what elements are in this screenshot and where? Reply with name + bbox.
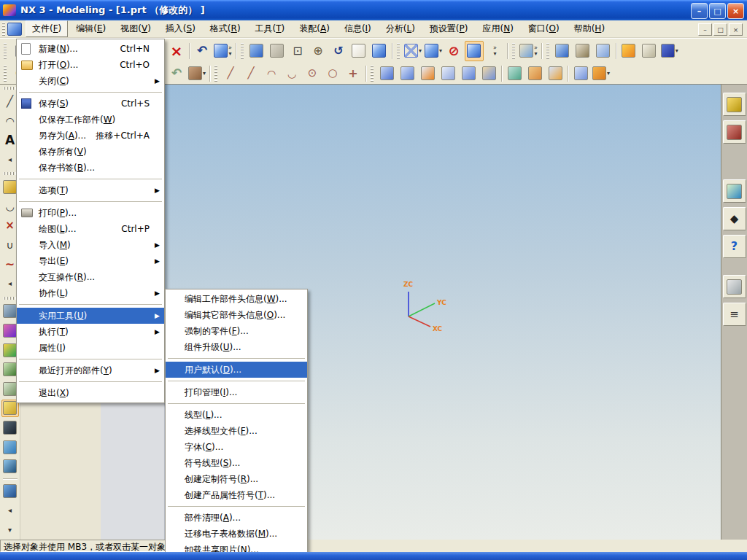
display-overflow-chevron[interactable]: »▾ bbox=[485, 41, 504, 61]
menu-preferences[interactable]: 预设置(P) bbox=[423, 20, 475, 37]
unite-corner-icon[interactable] bbox=[619, 41, 638, 61]
rotate-view-icon[interactable]: ↺ bbox=[329, 41, 348, 61]
perspective-icon[interactable] bbox=[370, 41, 389, 61]
offset-surface-icon[interactable] bbox=[525, 63, 544, 84]
circle-point-icon[interactable]: ⊙ bbox=[303, 63, 322, 84]
back-icon[interactable]: ↶ bbox=[167, 63, 186, 84]
submenu-item-select-line-font-file[interactable]: 选择线型文件(F)... bbox=[166, 423, 307, 439]
menu-tools[interactable]: 工具(T) bbox=[249, 20, 292, 37]
trimmed-sheet-icon[interactable] bbox=[546, 63, 565, 84]
toolbar-drag-handle[interactable] bbox=[512, 43, 515, 59]
dropdown-arrow-icon[interactable]: ▾ bbox=[419, 47, 422, 54]
submenu-item-create-product-attribute-symbol[interactable]: 创建产品属性符号(T)... bbox=[166, 487, 307, 503]
line-icon[interactable]: ╱ bbox=[221, 63, 240, 84]
submenu-item-symbol-font[interactable]: 符号线型(S)... bbox=[166, 455, 307, 471]
menu-item-save[interactable]: 保存(S)Ctrl+S bbox=[17, 96, 164, 112]
menu-information[interactable]: 信息(I) bbox=[338, 20, 378, 37]
zoom-box-icon[interactable]: ⊡ bbox=[288, 41, 307, 61]
display-monitor-icon[interactable] bbox=[1, 419, 19, 437]
menu-item-collaborate[interactable]: 协作(L)▶ bbox=[17, 285, 164, 301]
scene-cube-icon[interactable] bbox=[1, 458, 19, 476]
submenu-item-part-cleanup[interactable]: 部件清理(A)... bbox=[166, 510, 307, 526]
mdi-close-button[interactable]: × bbox=[729, 23, 743, 36]
dropdown-arrow-icon[interactable]: ▾ bbox=[607, 70, 610, 77]
through-curve-mesh-icon[interactable] bbox=[398, 63, 417, 84]
zoom-in-out-icon[interactable]: ⊕ bbox=[309, 41, 328, 61]
sheet-analysis-icon[interactable] bbox=[594, 41, 613, 61]
submenu-item-line-font[interactable]: 线型(L)... bbox=[166, 407, 307, 423]
close-button[interactable]: × bbox=[727, 3, 744, 19]
menu-file[interactable]: 文件(F) bbox=[26, 20, 68, 37]
menu-item-close[interactable]: 关闭(C)▶ bbox=[17, 73, 164, 89]
submenu-item-migrate-spreadsheet-data[interactable]: 迁移电子表格数据(M)... bbox=[166, 526, 307, 542]
overflow-and-dropdown[interactable]: »▾ bbox=[228, 45, 232, 57]
menu-analysis[interactable]: 分析(L) bbox=[379, 20, 422, 37]
help-icon[interactable]: ? bbox=[723, 235, 746, 258]
inferred-line-icon[interactable]: ╱ bbox=[241, 63, 260, 84]
menu-item-recent-parts[interactable]: 最近打开的部件(Y)▶ bbox=[17, 362, 164, 378]
more-down-arrow[interactable]: ▾ bbox=[1, 521, 19, 539]
mdi-restore-button[interactable]: □ bbox=[713, 23, 727, 36]
dropdown-arrow-icon[interactable]: ▾ bbox=[439, 47, 442, 54]
toolbar-drag-handle[interactable] bbox=[546, 43, 549, 59]
overflow-and-dropdown[interactable]: »▾ bbox=[534, 45, 538, 57]
menu-item-save-work-part-only[interactable]: 仅保存工作部件(W) bbox=[17, 112, 164, 128]
through-curves-icon[interactable] bbox=[377, 63, 396, 84]
texture-bottle-icon[interactable] bbox=[1, 438, 19, 456]
more-left-arrow[interactable]: ◂ bbox=[1, 502, 19, 520]
examine-geometry-icon[interactable] bbox=[573, 41, 592, 61]
suppress-display-icon[interactable]: ⊘ bbox=[444, 41, 463, 61]
menu-help[interactable]: 帮助(H) bbox=[568, 20, 611, 37]
toolbar-drag-handle[interactable] bbox=[4, 87, 17, 90]
orient-view-icon[interactable]: »▾ bbox=[213, 41, 233, 61]
toolbar-drag-handle[interactable] bbox=[4, 297, 17, 300]
n-sided-surface-icon[interactable] bbox=[479, 63, 498, 84]
dropdown-arrow-icon[interactable]: ▾ bbox=[676, 47, 678, 54]
menu-item-options[interactable]: 选项(T)▶ bbox=[17, 182, 164, 198]
submenu-item-font[interactable]: 字体(C)... bbox=[166, 439, 307, 455]
face-analysis-icon[interactable] bbox=[553, 41, 572, 61]
wireframe-display-icon[interactable]: ▾ bbox=[403, 41, 422, 61]
menu-item-import[interactable]: 导入(M)▶ bbox=[17, 237, 164, 253]
toolbar-drag-handle[interactable] bbox=[397, 43, 400, 59]
submenu-item-print-management[interactable]: 打印管理(I)... bbox=[166, 384, 307, 400]
history-icon[interactable] bbox=[723, 275, 746, 298]
studio-surface-icon[interactable] bbox=[418, 63, 437, 84]
submenu-item-edit-work-part-header[interactable]: 编辑工作部件头信息(W)... bbox=[166, 291, 307, 307]
overflow-and-dropdown[interactable]: »▾ bbox=[493, 45, 497, 57]
presentation-icon[interactable] bbox=[1, 482, 19, 500]
restore-button[interactable]: □ bbox=[709, 3, 726, 19]
menu-item-save-bookmark[interactable]: 保存书签(B)... bbox=[17, 160, 164, 176]
submenu-item-user-defaults[interactable]: 用户默认(D)... bbox=[166, 362, 307, 378]
law-extension-icon[interactable]: ▾ bbox=[592, 63, 611, 84]
pan-icon[interactable] bbox=[349, 41, 368, 61]
menu-window[interactable]: 窗口(O) bbox=[522, 20, 566, 37]
toolbar-drag-handle[interactable] bbox=[4, 43, 7, 59]
menu-item-save-as[interactable]: 另存为(A)...推移+Ctrl+A bbox=[17, 128, 164, 144]
menu-item-print[interactable]: 打印(P)... bbox=[17, 205, 164, 221]
toolbar-drag-handle[interactable] bbox=[4, 66, 7, 82]
menu-item-properties[interactable]: 属性(I) bbox=[17, 340, 164, 356]
minimize-button[interactable]: – bbox=[691, 3, 708, 19]
journal-icon[interactable] bbox=[640, 41, 659, 61]
point-arc-icon[interactable]: ◡ bbox=[282, 63, 301, 84]
toolbar-drag-handle[interactable] bbox=[4, 172, 17, 175]
menu-item-execute[interactable]: 执行(T)▶ bbox=[17, 324, 164, 340]
shaded-view-icon[interactable] bbox=[465, 41, 484, 61]
menu-format[interactable]: 格式(R) bbox=[204, 20, 247, 37]
web-browser-icon[interactable] bbox=[723, 179, 746, 203]
undo-icon[interactable]: ↶ bbox=[193, 41, 212, 61]
submenu-item-create-custom-symbol[interactable]: 创建定制符号(R)... bbox=[166, 471, 307, 487]
toolbar-drag-handle[interactable] bbox=[214, 66, 217, 82]
menu-item-save-all[interactable]: 保存所有(V) bbox=[17, 144, 164, 160]
boundary-icon[interactable]: ▾ bbox=[660, 41, 679, 61]
training-icon[interactable]: ◆ bbox=[723, 207, 746, 230]
toolbar-drag-handle[interactable] bbox=[371, 66, 374, 82]
menu-item-export[interactable]: 导出(E)▶ bbox=[17, 253, 164, 269]
circle-icon[interactable]: ○ bbox=[323, 63, 342, 84]
dropdown-arrow-icon[interactable]: ▾ bbox=[203, 70, 206, 77]
arc-icon[interactable]: ◠ bbox=[262, 63, 281, 84]
menu-view[interactable]: 视图(V) bbox=[114, 20, 158, 37]
menu-item-utilities[interactable]: 实用工具(U)▶ bbox=[17, 308, 164, 324]
menu-insert[interactable]: 插入(S) bbox=[159, 20, 202, 37]
